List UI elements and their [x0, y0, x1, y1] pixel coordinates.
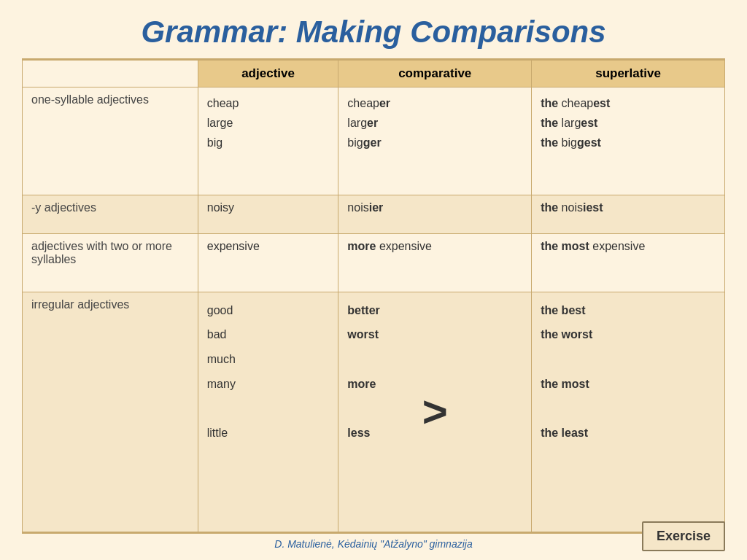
grammar-table: adjective comparative superlative one-sy…	[22, 60, 725, 532]
adj-y: noisy	[198, 195, 338, 234]
table-row: one-syllable adjectives cheaplargebig ch…	[23, 88, 725, 195]
page-wrapper: Grammar: Making Comparisons adjective co…	[0, 0, 747, 560]
table-row: adjectives with two or more syllables ex…	[23, 234, 725, 292]
category-multisyllable: adjectives with two or more syllables	[23, 234, 198, 292]
header-comparative: comparative	[338, 61, 532, 88]
super-multi: the most expensive	[532, 234, 725, 292]
comp-one-syllable: cheaperlargerbigger	[338, 88, 532, 195]
comp-irregular: > better worst more less	[338, 292, 532, 532]
comp-y: noisier	[338, 195, 532, 234]
super-y: the noisiest	[532, 195, 725, 234]
category-y-adjectives: -y adjectives	[23, 195, 198, 234]
category-irregular: irregular adjectives	[23, 292, 198, 532]
category-one-syllable: one-syllable adjectives	[23, 88, 198, 195]
footer: D. Matulienė, Kėdainių "Atžalyno" gimnaz…	[22, 532, 725, 553]
super-irregular: the best the worst the most the least	[532, 292, 725, 532]
page-title: Grammar: Making Comparisons	[22, 7, 725, 58]
adj-one-syllable: cheaplargebig	[198, 88, 338, 195]
exercise-button[interactable]: Exercise	[642, 521, 725, 551]
adj-multi: expensive	[198, 234, 338, 292]
comp-multi: more expensive	[338, 234, 532, 292]
header-col1	[23, 61, 198, 88]
table-row: -y adjectives noisy noisier the noisiest	[23, 195, 725, 234]
super-one-syllable: the cheapest the largest the biggest	[532, 88, 725, 195]
table-row: irregular adjectives goodbadmuchmanylitt…	[23, 292, 725, 532]
header-adjective: adjective	[198, 61, 338, 88]
footer-credit: D. Matulienė, Kėdainių "Atžalyno" gimnaz…	[274, 538, 472, 550]
adj-irregular: goodbadmuchmanylittle	[198, 292, 338, 532]
header-superlative: superlative	[532, 61, 725, 88]
